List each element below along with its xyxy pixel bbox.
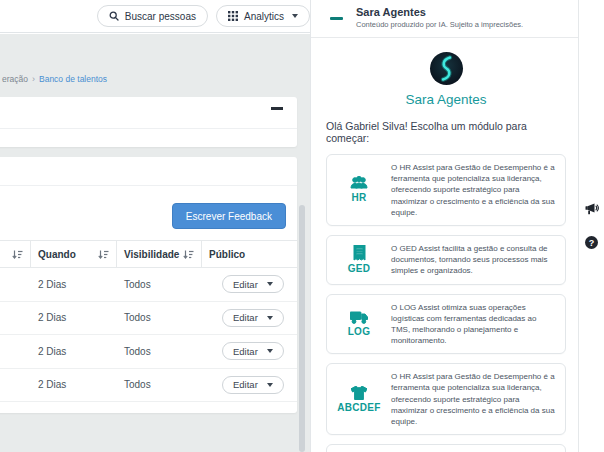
column-label: Público bbox=[209, 249, 245, 260]
edit-dropdown-button[interactable]: Editar bbox=[222, 309, 284, 327]
sara-panel-header: Sara Agentes Conteúdo produzido por IA. … bbox=[311, 0, 578, 38]
write-feedback-button[interactable]: Escrever Feedback bbox=[172, 203, 286, 229]
module-description: O HR Assist para Gestão de Desempenho é … bbox=[391, 162, 557, 218]
breadcrumb-parent[interactable]: eração bbox=[2, 74, 28, 84]
table-header-publico[interactable]: Público bbox=[202, 241, 297, 267]
table-header-row: Quando Visibilidade bbox=[0, 240, 297, 268]
module-label: ABCDEF bbox=[337, 402, 380, 413]
table-row: 2 Dias Todos Editar bbox=[0, 369, 297, 403]
help-icon[interactable]: ? bbox=[585, 236, 598, 249]
breadcrumb-separator-icon: › bbox=[32, 74, 35, 84]
sara-title: Sara Agentes bbox=[326, 92, 566, 107]
module-card-log[interactable]: LOG O LOG Assist otimiza suas operações … bbox=[326, 294, 566, 355]
main-content-area: eração › Banco de talentos Escrever Feed… bbox=[0, 34, 310, 452]
search-people-button[interactable]: Buscar pessoas bbox=[97, 5, 208, 27]
vertical-scrollbar[interactable] bbox=[299, 205, 305, 452]
module-description: O HR Assist para Gestão de Desempenho é … bbox=[391, 371, 557, 427]
top-bar: Buscar pessoas Analytics bbox=[0, 0, 312, 33]
megaphone-icon[interactable] bbox=[585, 203, 599, 216]
table-header-visibilidade[interactable]: Visibilidade bbox=[117, 241, 202, 267]
breadcrumb: eração › Banco de talentos bbox=[2, 74, 107, 84]
edit-dropdown-button[interactable]: Editar bbox=[222, 342, 284, 360]
search-label: Buscar pessoas bbox=[125, 11, 196, 22]
module-card-hr[interactable]: HR O HR Assist para Gestão de Desempenho… bbox=[326, 154, 566, 226]
side-icon-strip: ? bbox=[578, 0, 604, 452]
module-description: O LOG Assist otimiza suas operações logí… bbox=[391, 302, 557, 347]
sort-icon[interactable] bbox=[12, 249, 23, 260]
sara-logo-icon bbox=[429, 51, 464, 86]
divider bbox=[0, 128, 297, 129]
chevron-down-icon bbox=[267, 316, 273, 320]
module-label: LOG bbox=[348, 326, 371, 337]
chevron-down-icon bbox=[267, 349, 273, 353]
cell-visibilidade: Todos bbox=[117, 379, 202, 390]
cell-quando: 2 Dias bbox=[31, 312, 117, 323]
tshirt-icon bbox=[351, 386, 367, 400]
breadcrumb-current[interactable]: Banco de talentos bbox=[39, 74, 107, 84]
truck-icon bbox=[350, 311, 368, 324]
panel-title: Sara Agentes bbox=[356, 6, 523, 18]
chevron-down-icon bbox=[267, 282, 273, 286]
edit-label: Editar bbox=[233, 346, 258, 357]
analytics-menu-button[interactable]: Analytics bbox=[216, 5, 310, 27]
cell-quando: 2 Dias bbox=[31, 279, 117, 290]
chevron-down-icon bbox=[267, 383, 273, 387]
help-glyph: ? bbox=[589, 238, 595, 248]
sara-panel-body: Sara Agentes Olá Gabriel Silva! Escolha … bbox=[311, 38, 578, 452]
divider bbox=[0, 185, 297, 186]
users-icon bbox=[350, 176, 368, 190]
module-label: GED bbox=[348, 263, 371, 274]
module-card-abcdef[interactable]: ABCDEF O HR Assist para Gestão de Desemp… bbox=[326, 363, 566, 435]
document-icon bbox=[353, 245, 366, 261]
edit-dropdown-button[interactable]: Editar bbox=[222, 275, 284, 293]
module-list: HR O HR Assist para Gestão de Desempenho… bbox=[326, 154, 566, 452]
minimize-icon[interactable] bbox=[330, 17, 343, 20]
cell-quando: 2 Dias bbox=[31, 379, 117, 390]
chevron-down-icon bbox=[292, 14, 298, 18]
search-icon bbox=[109, 11, 119, 21]
feedback-table-card: Escrever Feedback Quando bbox=[0, 157, 297, 413]
table-row: 2 Dias Todos Editar bbox=[0, 268, 297, 302]
analytics-label: Analytics bbox=[244, 11, 284, 22]
edit-label: Editar bbox=[233, 279, 258, 290]
cell-visibilidade: Todos bbox=[117, 279, 202, 290]
table-row: 2 Dias Todos Editar bbox=[0, 335, 297, 369]
table-header-quando[interactable]: Quando bbox=[31, 241, 117, 267]
grid-icon bbox=[228, 11, 238, 21]
cell-quando: 2 Dias bbox=[31, 346, 117, 357]
collapsed-panel-card bbox=[0, 97, 297, 147]
module-description: O GED Assist facilita a gestão e consult… bbox=[391, 243, 557, 277]
sara-greeting: Olá Gabriel Silva! Escolha um módulo par… bbox=[326, 120, 566, 144]
module-card-ged[interactable]: GED O GED Assist facilita a gestão e con… bbox=[326, 235, 566, 285]
cell-visibilidade: Todos bbox=[117, 312, 202, 323]
sort-icon[interactable] bbox=[98, 249, 109, 260]
ai-disclaimer: Conteúdo produzido por IA. Sujeito a imp… bbox=[356, 20, 523, 29]
sara-agentes-panel: Sara Agentes Conteúdo produzido por IA. … bbox=[310, 0, 578, 452]
edit-label: Editar bbox=[233, 312, 258, 323]
feedback-table: Quando Visibilidade bbox=[0, 240, 297, 402]
module-card-frete[interactable]: FRETE O Frete Assist para Gestão de fret… bbox=[326, 444, 566, 452]
table-row: 2 Dias Todos Editar bbox=[0, 302, 297, 336]
column-label: Visibilidade bbox=[124, 249, 179, 260]
collapse-icon[interactable] bbox=[271, 107, 283, 110]
edit-dropdown-button[interactable]: Editar bbox=[222, 376, 284, 394]
cell-visibilidade: Todos bbox=[117, 346, 202, 357]
column-label: Quando bbox=[38, 249, 76, 260]
app-window: Buscar pessoas Analytics eração › Banco … bbox=[0, 0, 604, 452]
module-label: HR bbox=[351, 192, 366, 203]
edit-label: Editar bbox=[233, 379, 258, 390]
table-header-cut-column bbox=[0, 241, 31, 267]
sort-icon[interactable] bbox=[183, 249, 194, 260]
